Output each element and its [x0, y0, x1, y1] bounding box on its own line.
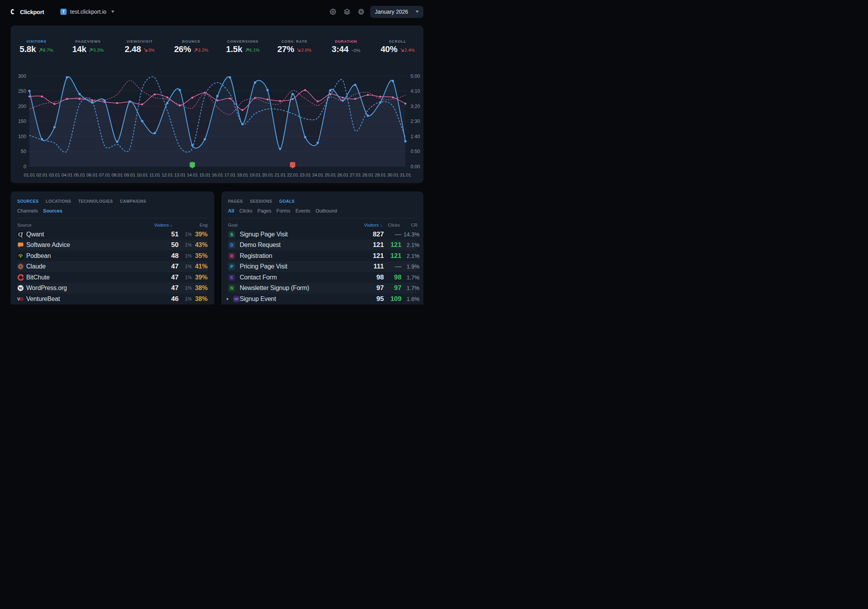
svg-text:100: 100 — [18, 134, 26, 139]
svg-text:16.01: 16.01 — [212, 172, 223, 178]
svg-text:14.01: 14.01 — [187, 172, 198, 178]
svg-text:150: 150 — [18, 119, 26, 124]
svg-text:05.01: 05.01 — [74, 172, 85, 178]
svg-text:24.01: 24.01 — [312, 172, 324, 178]
svg-text:W: W — [18, 286, 23, 290]
svg-text:06.01: 06.01 — [87, 172, 98, 178]
svg-text:21.01: 21.01 — [275, 172, 286, 178]
svg-text:13.01: 13.01 — [174, 172, 186, 178]
svg-text:25.01: 25.01 — [325, 172, 336, 178]
svg-text:02.01: 02.01 — [36, 172, 48, 178]
svg-text:29.01: 29.01 — [375, 172, 386, 178]
svg-text:01.01: 01.01 — [24, 172, 35, 178]
svg-text:12.01: 12.01 — [162, 172, 173, 178]
svg-text:11.01: 11.01 — [149, 172, 160, 178]
svg-text:10.01: 10.01 — [137, 172, 148, 178]
svg-text:31.01: 31.01 — [400, 172, 411, 178]
svg-text:200: 200 — [18, 104, 26, 109]
svg-text:30.01: 30.01 — [387, 172, 399, 178]
svg-text:07.01: 07.01 — [99, 172, 110, 178]
svg-text:27.01: 27.01 — [350, 172, 361, 178]
svg-text:0:50: 0:50 — [410, 149, 420, 154]
svg-text:5:00: 5:00 — [410, 74, 420, 79]
svg-text:23.01: 23.01 — [300, 172, 311, 178]
svg-text:17.01: 17.01 — [224, 172, 236, 178]
svg-text:28.01: 28.01 — [362, 172, 374, 178]
svg-text:4:10: 4:10 — [410, 88, 420, 94]
svg-text:B: B — [20, 297, 24, 301]
svg-text:3:20: 3:20 — [410, 104, 420, 109]
svg-text:0: 0 — [24, 164, 26, 169]
svg-text:1:40: 1:40 — [410, 134, 420, 139]
svg-text:250: 250 — [18, 88, 26, 94]
svg-text:03.01: 03.01 — [49, 172, 60, 178]
svg-text:09.01: 09.01 — [124, 172, 136, 178]
svg-text:22.01: 22.01 — [287, 172, 298, 178]
svg-text:Q: Q — [18, 231, 23, 238]
svg-text:08.01: 08.01 — [112, 172, 123, 178]
svg-text:0:00: 0:00 — [410, 164, 420, 169]
svg-text:19.01: 19.01 — [250, 172, 261, 178]
svg-text:300: 300 — [18, 74, 26, 79]
svg-text:20.01: 20.01 — [262, 172, 273, 178]
svg-text:50: 50 — [21, 149, 26, 154]
svg-text:2:30: 2:30 — [410, 119, 420, 124]
svg-text:26.01: 26.01 — [337, 172, 349, 178]
svg-text:04.01: 04.01 — [61, 172, 73, 178]
svg-text:18.01: 18.01 — [237, 172, 248, 178]
svg-text:15.01: 15.01 — [199, 172, 211, 178]
